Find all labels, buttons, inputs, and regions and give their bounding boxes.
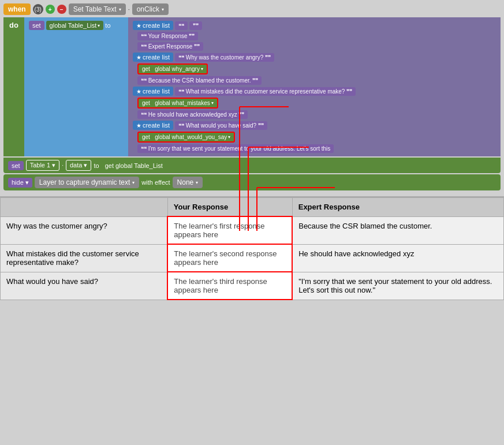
expert-cell-2: "I'm sorry that we sent your statement t… (292, 272, 503, 300)
col-question-header (1, 198, 168, 217)
none-block[interactable]: None ▾ (173, 177, 203, 188)
response-cell-1: The learner's second response appears he… (167, 244, 292, 272)
get-what-mistakes-var[interactable]: get global what_mistakes ▾ (137, 98, 218, 109)
table1-block[interactable]: Table 1 ▾ (26, 160, 60, 171)
your-response-row: ❝❝ Your Response ❞❞ (137, 32, 496, 40)
dot2: · (62, 162, 64, 169)
create-list-star-btn[interactable]: ★ create list (133, 21, 173, 30)
table-section: Your Response Expert Response Why was th… (0, 196, 504, 300)
data-block[interactable]: data ▾ (66, 160, 91, 171)
hide-block[interactable]: hide ▾ (8, 178, 32, 188)
table-row: What mistakes did the customer service r… (1, 244, 504, 272)
close-quote: ❞❞ (189, 21, 202, 30)
onclick-dropdown-icon: ▾ (162, 7, 164, 12)
because-csr-row: ❝❝ Because the CSR blamed the customer. … (137, 76, 496, 85)
response-cell-0: The learner's first response appears her… (167, 216, 292, 244)
create-list3-row: ★ create list ❝❝ What mistakes did the c… (133, 87, 496, 96)
im-sorry-row: ❝❝ I'm sorry that we sent your statement… (137, 144, 496, 153)
expert-response-string: ❝❝ Expert Response ❞❞ (137, 42, 203, 51)
block-area: when (3) + − Set Table Text ▾ · onClick … (0, 0, 504, 194)
remove-icon[interactable]: − (57, 5, 66, 14)
what-mistakes-var-row: get global what_mistakes ▾ (137, 98, 496, 109)
with-effect-label: with effect (141, 179, 170, 186)
he-should-row: ❝❝ He should have acknowledged xyz ❞❞ (137, 110, 496, 119)
im-sorry-string: ❝❝ I'm sorry that we sent your statement… (137, 144, 334, 153)
set-table-row: set Table 1 ▾ · data ▾ to get global Tab… (3, 158, 501, 173)
set-block[interactable]: set (29, 21, 44, 30)
table-row: Why was the customer angry?The learner's… (1, 216, 504, 244)
get-what-would-var[interactable]: get global what_would_you_say ▾ (137, 132, 235, 143)
onclick-block[interactable]: onClick ▾ (132, 3, 169, 15)
col-expert-response-header: Expert Response (292, 198, 503, 217)
what-mistakes-q-string: ❝❝ What mistakes did the customer servic… (175, 87, 356, 96)
do-inner-block: set global Table_List ▾ to (24, 17, 128, 156)
add-icon[interactable]: + (46, 5, 55, 14)
what-would-q-string: ❝❝ What would you have said? ❞❞ (175, 121, 267, 130)
question-cell-1: What mistakes did the customer service r… (1, 244, 168, 272)
question-cell-2: What would you have said? (1, 272, 168, 300)
do-container: do set global Table_List ▾ to ★ create l… (3, 17, 501, 156)
what-would-var-row: get global what_would_you_say ▾ (137, 132, 496, 143)
dropdown-arrow-icon: ▾ (119, 7, 121, 12)
create-list2-row: ★ create list ❝❝ Why was the customer an… (133, 53, 496, 62)
because-csr-string: ❝❝ Because the CSR blamed the customer. … (137, 76, 262, 85)
hide-row: hide ▾ Layer to capture dynamic text ▾ w… (3, 174, 501, 190)
table-header-row: Your Response Expert Response (1, 198, 504, 217)
question-cell-0: Why was the customer angry? (1, 216, 168, 244)
when-row: when (3) + − Set Table Text ▾ · onClick … (3, 3, 501, 15)
your-response-string: ❝❝ Your Response ❞❞ (137, 32, 198, 40)
create-list4-row: ★ create list ❝❝ What would you have sai… (133, 121, 496, 130)
layer-block[interactable]: Layer to capture dynamic text ▾ (35, 177, 139, 188)
to-label2: to (94, 162, 99, 169)
open-quote: ❝❝ (175, 21, 188, 30)
get-table-list-block[interactable]: get global Table_List (102, 161, 166, 170)
do-label: do (3, 17, 24, 156)
get-why-angry-var[interactable]: get global why_angry ▾ (137, 63, 208, 74)
create-list-header: ★ create list ❝❝ ❞❞ (133, 21, 496, 30)
response-cell-2: The learner's third response appears her… (167, 272, 292, 300)
set-global-row: set global Table_List ▾ to (29, 21, 124, 30)
expert-response-row: ❝❝ Expert Response ❞❞ (137, 42, 496, 51)
set-label-2[interactable]: set (8, 161, 24, 170)
he-should-string: ❝❝ He should have acknowledged xyz ❞❞ (137, 110, 248, 119)
create-list3-btn[interactable]: ★ create list (133, 87, 173, 96)
table-row: What would you have said?The learner's t… (1, 272, 504, 300)
set-table-text-block[interactable]: Set Table Text ▾ (69, 3, 126, 15)
when-block[interactable]: when (3, 3, 31, 15)
dot-separator: · (128, 6, 130, 13)
expert-cell-1: He should have acknowledged xyz (292, 244, 503, 272)
create-list2-btn[interactable]: ★ create list (133, 53, 173, 62)
right-blocks-area: ★ create list ❝❝ ❞❞ ❝❝ Your Response ❞❞ … (128, 17, 501, 156)
table-list-var[interactable]: global Table_List ▾ (46, 21, 104, 30)
why-angry-var-row: get global why_angry ▾ (137, 63, 496, 74)
to-label: to (105, 22, 110, 29)
expert-cell-0: Because the CSR blamed the customer. (292, 216, 503, 244)
why-angry-q-string: ❝❝ Why was the customer angry? ❞❞ (175, 53, 274, 62)
data-table: Your Response Expert Response Why was th… (0, 197, 504, 300)
create-list4-btn[interactable]: ★ create list (133, 121, 173, 130)
col-your-response-header: Your Response (167, 198, 292, 217)
number-badge: (3) (33, 4, 43, 14)
